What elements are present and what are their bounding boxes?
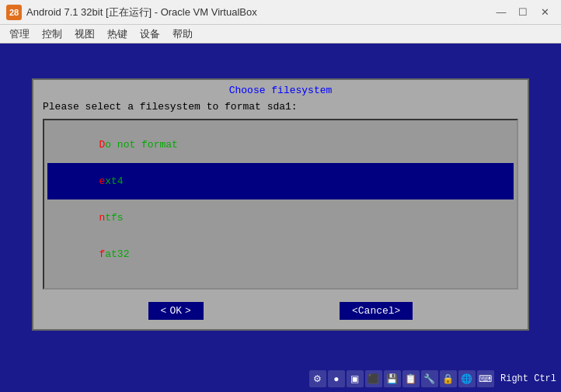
list-item-fat32[interactable]: fat32 (47, 236, 514, 272)
taskbar-icon-8[interactable]: 🔒 (440, 370, 457, 387)
menu-devices[interactable]: 设备 (134, 26, 166, 43)
menu-control[interactable]: 控制 (36, 26, 68, 43)
ok-button[interactable]: < OK > (148, 302, 204, 320)
window-title: Android 7.1 32bit [正在运行] - Oracle VM Vir… (26, 5, 486, 19)
list-item-ext4[interactable]: ext4 (47, 163, 514, 199)
taskbar-icon-10[interactable]: ⌨ (477, 370, 494, 387)
menu-help[interactable]: 帮助 (166, 26, 199, 43)
taskbar-icon-2[interactable]: ● (328, 370, 345, 387)
vm-screen: Choose filesystem Please select a filesy… (0, 43, 561, 366)
taskbar-icon-7[interactable]: 🔧 (421, 370, 438, 387)
maximize-button[interactable]: ☐ (513, 4, 533, 21)
menu-hotkey[interactable]: 热键 (101, 26, 134, 43)
taskbar-icons: ⚙ ● ▣ ⬛ 💾 📋 🔧 🔒 🌐 ⌨ (309, 370, 494, 387)
close-button[interactable]: ✕ (535, 4, 555, 21)
menu-manage[interactable]: 管理 (3, 26, 36, 43)
right-ctrl-label: Right Ctrl (500, 373, 556, 384)
list-item-ntfs[interactable]: ntfs (47, 199, 514, 236)
app-icon: 28 (6, 5, 22, 20)
dialog-title: Choose filesystem (33, 80, 528, 98)
filesystem-dialog: Choose filesystem Please select a filesy… (32, 78, 529, 331)
dialog-buttons: < OK > <Cancel> (33, 296, 528, 329)
taskbar-icon-3[interactable]: ▣ (347, 370, 364, 387)
titlebar-controls: — ☐ ✕ (491, 4, 555, 21)
taskbar-icon-6[interactable]: 📋 (402, 370, 420, 387)
menu-view[interactable]: 视图 (68, 26, 101, 43)
menubar: 管理 控制 视图 热键 设备 帮助 (0, 25, 561, 43)
taskbar-icon-9[interactable]: 🌐 (458, 370, 476, 387)
titlebar: 28 Android 7.1 32bit [正在运行] - Oracle VM … (0, 0, 561, 25)
taskbar-icon-1[interactable]: ⚙ (309, 370, 326, 387)
taskbar-icon-4[interactable]: ⬛ (365, 370, 382, 387)
cancel-button[interactable]: <Cancel> (340, 302, 413, 320)
minimize-button[interactable]: — (491, 4, 511, 21)
taskbar-icon-5[interactable]: 💾 (384, 370, 401, 387)
list-item-no-format[interactable]: Do not format (47, 127, 514, 163)
dialog-prompt: Please select a filesystem to format sda… (33, 98, 528, 119)
taskbar: ⚙ ● ▣ ⬛ 💾 📋 🔧 🔒 🌐 ⌨ Right Ctrl (0, 366, 561, 392)
filesystem-list[interactable]: Do not format ext4 ntfs fat32 (43, 119, 518, 290)
